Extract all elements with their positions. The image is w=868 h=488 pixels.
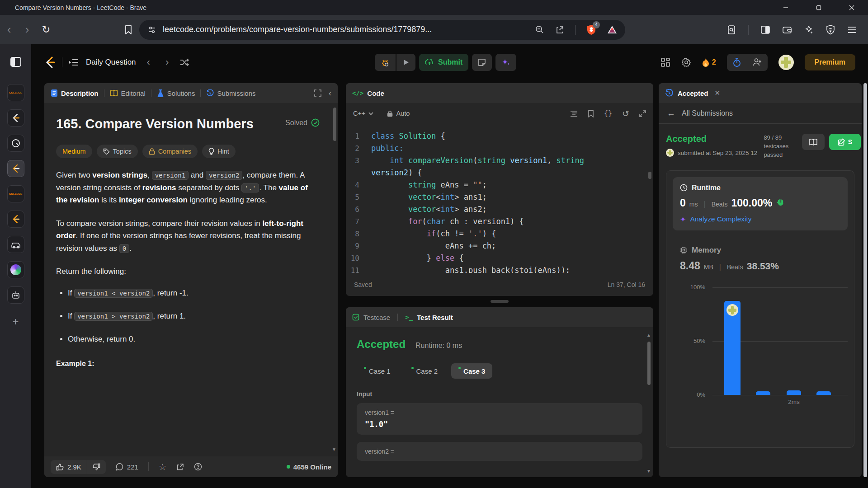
code-line[interactable]: 7 for(char ch : version1) {	[346, 216, 653, 228]
reset-code-icon[interactable]: ↺	[622, 108, 629, 119]
maximize-button[interactable]	[802, 0, 835, 15]
brave-rewards-icon[interactable]	[607, 25, 617, 34]
language-selector[interactable]: C++	[353, 110, 373, 117]
code-line[interactable]: 8 if(ch != '.') {	[346, 228, 653, 240]
comments-button[interactable]: 221	[116, 463, 138, 471]
tab-car[interactable]	[7, 236, 24, 253]
tab-submissions[interactable]: Submissions	[206, 89, 255, 97]
feedback-button[interactable]	[194, 463, 202, 471]
url-text[interactable]: leetcode.com/problems/compare-version-nu…	[163, 25, 535, 34]
scroll-down-icon[interactable]: ▼	[332, 447, 336, 452]
bookmark-code-icon[interactable]	[588, 110, 594, 117]
reload-button[interactable]: ↻	[36, 24, 56, 36]
input-field-version2[interactable]: version2 =	[357, 442, 642, 461]
edit-solution-button[interactable]: S	[829, 134, 861, 150]
forward-button[interactable]: ›	[18, 23, 36, 37]
sidebar-toggle-icon[interactable]	[760, 25, 770, 35]
code-line[interactable]: version2) {	[346, 167, 653, 179]
menu-icon[interactable]	[847, 26, 857, 34]
tab-solutions[interactable]: Solutions	[157, 89, 195, 97]
scroll-up-icon[interactable]: ▲	[646, 333, 651, 338]
case-button-2[interactable]: Case 2	[404, 363, 445, 379]
settings-gear-icon[interactable]	[681, 57, 691, 67]
code-line[interactable]: 10 } else {	[346, 252, 653, 264]
fullscreen-icon[interactable]	[314, 89, 321, 97]
tabstrip-collapse-icon[interactable]	[10, 56, 22, 68]
zoom-out-icon[interactable]	[535, 25, 544, 34]
wallet-icon[interactable]	[782, 25, 792, 35]
testcase-scrollbar[interactable]	[647, 342, 651, 385]
tab-accepted-submission[interactable]: Accepted ✕	[665, 89, 720, 97]
tab-testcase[interactable]: Testcase	[352, 314, 390, 321]
bookmark-icon[interactable]	[124, 25, 133, 35]
ai-assistant-button[interactable]	[495, 54, 516, 71]
input-field-version1[interactable]: version1 = "1.0"	[357, 403, 642, 435]
code-line[interactable]: 5 vector<int> ans1;	[346, 191, 653, 203]
view-solution-button[interactable]	[802, 134, 825, 150]
close-tab-icon[interactable]: ✕	[715, 89, 721, 97]
run-button[interactable]	[396, 54, 415, 71]
format-code-icon[interactable]	[570, 110, 578, 117]
tab-test-result[interactable]: >_ Test Result	[405, 314, 453, 321]
problem-list-icon[interactable]	[69, 58, 79, 66]
timer-button[interactable]	[727, 54, 747, 71]
runtime-bar-2ms[interactable]	[787, 390, 801, 395]
code-line[interactable]: 1class Solution {	[346, 130, 653, 142]
url-bar[interactable]: leetcode.com/problems/compare-version-nu…	[139, 20, 625, 40]
code-line[interactable]: 4 string eAns = "";	[346, 179, 653, 191]
difficulty-badge[interactable]: Medium	[56, 145, 92, 158]
memory-section[interactable]: Memory 8.48 MB | Beats 38.53%	[673, 246, 848, 272]
runtime-bar-3ms[interactable]	[816, 391, 831, 394]
prev-question-button[interactable]: ‹	[142, 56, 155, 68]
companies-button[interactable]: Companies	[142, 145, 198, 158]
analyze-complexity-link[interactable]: ✦ Analyze Complexity	[680, 215, 840, 224]
notes-button[interactable]	[472, 54, 492, 71]
case-button-1[interactable]: Case 1	[357, 363, 398, 379]
like-button[interactable]: 2.9K	[51, 460, 87, 474]
add-collaborator-button[interactable]	[747, 54, 768, 71]
layout-icon[interactable]	[660, 57, 670, 67]
random-question-icon[interactable]	[179, 58, 189, 67]
code-line[interactable]: 2public:	[346, 142, 653, 155]
case-button-3[interactable]: Case 3	[451, 363, 492, 379]
braces-icon[interactable]: {}	[604, 109, 612, 117]
code-editor[interactable]: 1class Solution {2public:3 int compareVe…	[346, 124, 653, 273]
expand-editor-icon[interactable]	[639, 110, 646, 117]
tab-leetcode-active[interactable]	[7, 160, 24, 177]
description-content[interactable]: 165. Compare Version Numbers Solved Medi…	[44, 103, 338, 456]
tab-college-2[interactable]: COLLEGE	[7, 185, 24, 202]
topics-button[interactable]: Topics	[97, 145, 138, 158]
search-sidebar-icon[interactable]	[726, 25, 736, 35]
page-vertical-scrollbar[interactable]	[863, 83, 867, 477]
code-line[interactable]: 3 int compareVersion(string version1, st…	[346, 155, 653, 167]
auto-save-toggle[interactable]: Auto	[387, 110, 410, 117]
code-line[interactable]: 9 eAns += ch;	[346, 240, 653, 252]
share-problem-button[interactable]	[176, 463, 184, 471]
vpn-shield-icon[interactable]	[826, 24, 835, 35]
leetcode-logo[interactable]	[44, 56, 56, 69]
runtime-bar-1ms[interactable]	[756, 391, 770, 394]
minimize-button[interactable]	[769, 0, 802, 15]
tab-description[interactable]: Description	[51, 89, 99, 97]
tab-sphere[interactable]	[7, 261, 24, 278]
back-button[interactable]: ‹	[0, 23, 18, 37]
close-button[interactable]	[835, 0, 868, 15]
debug-button[interactable]	[375, 54, 396, 71]
site-settings-icon[interactable]	[147, 25, 156, 34]
code-line[interactable]: 6 vector<int> ans2;	[346, 203, 653, 216]
tab-college-1[interactable]: COLLEGE	[7, 84, 24, 101]
hint-button[interactable]: Hint	[202, 145, 236, 158]
share-icon[interactable]	[555, 25, 564, 34]
runtime-card[interactable]: Runtime 0 ms | Beats 100.00% ✦ Analyze C…	[673, 177, 848, 230]
collapse-panel-icon[interactable]: ‹	[329, 89, 331, 98]
daily-question-link[interactable]: Daily Question	[86, 58, 136, 67]
tab-leetcode-2[interactable]	[7, 211, 24, 228]
brave-shield-icon[interactable]: 4	[586, 24, 596, 35]
scroll-down-icon[interactable]: ▼	[646, 469, 651, 474]
tab-leetcode-1[interactable]	[7, 109, 24, 127]
user-avatar[interactable]	[778, 55, 794, 70]
new-tab-button[interactable]: +	[12, 315, 19, 328]
description-scrollbar[interactable]	[333, 108, 336, 141]
code-line[interactable]: 11 ans1.push_back(stoi(eAns));	[346, 264, 653, 273]
tab-robot[interactable]	[7, 286, 24, 304]
